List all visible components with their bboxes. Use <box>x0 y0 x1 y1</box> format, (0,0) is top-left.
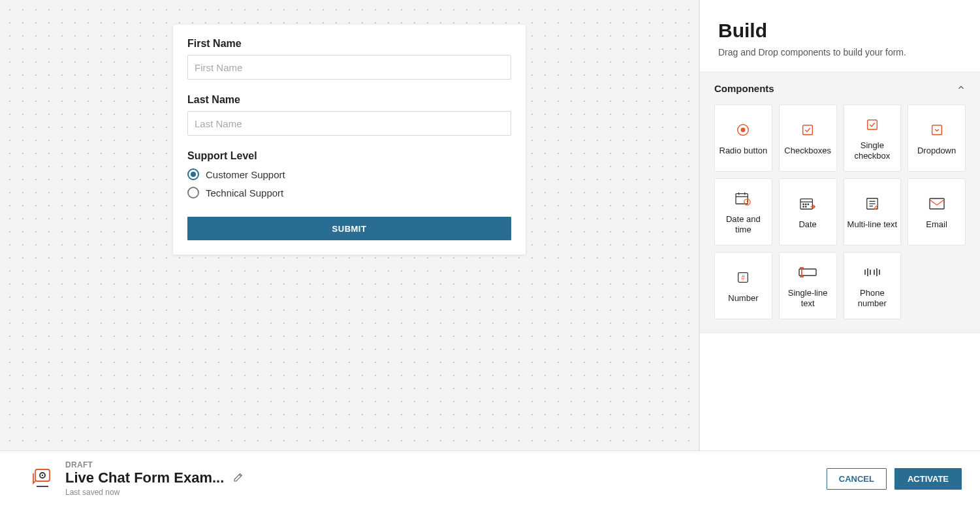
component-date[interactable]: Date <box>779 178 837 245</box>
svg-rect-3 <box>868 120 877 130</box>
panel-subtitle: Drag and Drop components to build your f… <box>718 47 962 57</box>
edit-name-icon[interactable] <box>233 472 244 484</box>
last-name-input[interactable] <box>187 111 511 136</box>
radio-customer-support[interactable]: Customer Support <box>187 168 511 180</box>
form-name: Live Chat Form Exam... <box>65 469 224 486</box>
components-heading-label: Components <box>714 83 774 94</box>
panel-title: Build <box>718 20 962 42</box>
singleline-text-icon <box>798 263 817 281</box>
radio-label: Customer Support <box>206 169 285 180</box>
component-number[interactable]: # Number <box>714 252 772 319</box>
components-toggle[interactable]: Components <box>714 83 966 94</box>
component-singleline-text[interactable]: Single-line text <box>779 252 837 319</box>
checkboxes-icon <box>800 121 815 139</box>
date-icon <box>799 195 816 213</box>
component-label: Number <box>728 293 758 304</box>
radio-button-icon <box>736 121 750 139</box>
svg-point-17 <box>803 206 804 207</box>
form-canvas[interactable]: First Name Last Name Support Level Custo… <box>0 0 699 451</box>
component-label: Multi-line text <box>847 219 898 230</box>
activate-button[interactable]: ACTIVATE <box>894 468 962 490</box>
component-label: Date <box>798 219 816 230</box>
multiline-text-icon <box>865 195 879 213</box>
component-radio-button[interactable]: Radio button <box>714 104 772 172</box>
date-time-icon <box>735 189 751 208</box>
svg-rect-24 <box>930 198 944 209</box>
component-label: Email <box>926 219 947 230</box>
svg-point-16 <box>808 204 808 204</box>
dropdown-icon <box>930 121 944 139</box>
build-panel: Build Drag and Drop components to build … <box>699 0 980 451</box>
phone-number-icon <box>862 263 882 281</box>
field-last-name: Last Name <box>187 94 511 136</box>
component-phone-number[interactable]: Phone number <box>844 252 902 319</box>
component-label: Dropdown <box>917 146 956 156</box>
component-email[interactable]: Email <box>908 178 966 245</box>
chevron-up-icon <box>956 83 966 94</box>
component-label: Single-line text <box>782 288 834 308</box>
svg-line-11 <box>748 202 749 202</box>
number-icon: # <box>736 268 750 287</box>
first-name-label: First Name <box>187 38 511 50</box>
last-saved-text: Last saved now <box>65 488 827 497</box>
component-dropdown[interactable]: Dropdown <box>908 104 966 172</box>
svg-rect-2 <box>803 125 813 134</box>
svg-point-15 <box>806 204 806 204</box>
component-label: Date and time <box>718 214 769 234</box>
component-multiline-text[interactable]: Multi-line text <box>844 178 902 245</box>
component-single-checkbox[interactable]: Single checkbox <box>844 104 902 172</box>
component-label: Checkboxes <box>784 146 831 156</box>
component-label: Radio button <box>719 146 768 156</box>
svg-point-39 <box>42 475 43 476</box>
email-icon <box>928 195 945 213</box>
last-name-label: Last Name <box>187 94 511 106</box>
footer-bar: DRAFT Live Chat Form Exam... Last saved … <box>0 451 980 506</box>
single-checkbox-icon <box>865 116 879 134</box>
status-badge: DRAFT <box>65 460 827 469</box>
component-checkboxes[interactable]: Checkboxes <box>779 104 837 172</box>
field-support-level: Support Level Customer Support Technical… <box>187 150 511 198</box>
submit-button[interactable]: SUBMIT <box>187 217 511 240</box>
form-type-icon <box>31 467 54 490</box>
svg-point-18 <box>806 206 806 207</box>
field-first-name: First Name <box>187 38 511 80</box>
component-label: Single checkbox <box>847 140 898 161</box>
radio-label: Technical Support <box>206 187 283 198</box>
svg-point-1 <box>742 128 746 132</box>
svg-rect-5 <box>736 194 748 204</box>
radio-technical-support[interactable]: Technical Support <box>187 187 511 198</box>
svg-point-14 <box>803 204 804 204</box>
form-preview-card: First Name Last Name Support Level Custo… <box>173 25 526 255</box>
cancel-button[interactable]: CANCEL <box>827 468 887 490</box>
svg-rect-4 <box>932 125 941 134</box>
first-name-input[interactable] <box>187 55 511 80</box>
radio-icon <box>187 187 199 198</box>
svg-text:#: # <box>742 274 746 281</box>
support-level-label: Support Level <box>187 150 511 162</box>
component-label: Phone number <box>847 288 898 308</box>
components-section: Components Radio button <box>700 72 980 333</box>
component-date-and-time[interactable]: Date and time <box>714 178 772 245</box>
radio-icon <box>187 168 199 180</box>
